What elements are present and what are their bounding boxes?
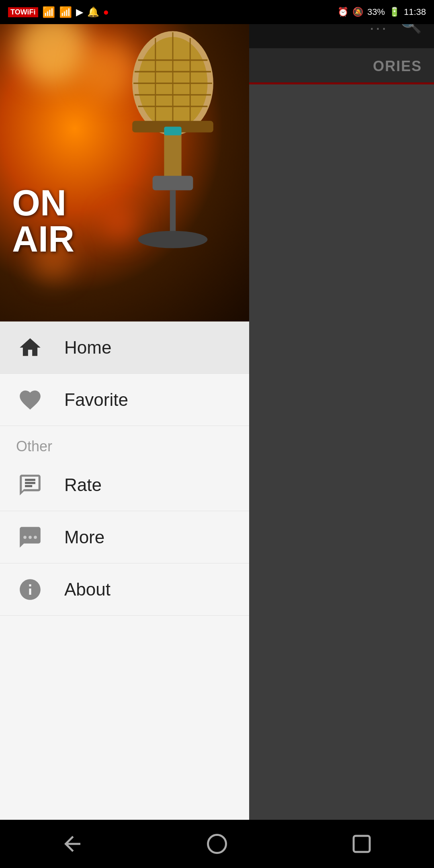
bluetooth-icon: ▶ (76, 6, 83, 18)
status-bar-right: ⏰ 🔕 33% 🔋 11:38 (338, 7, 426, 17)
favorite-label: Favorite (64, 390, 128, 410)
svg-point-19 (208, 835, 226, 853)
section-other-label: Other (0, 426, 249, 459)
status-bar-left: TOWiFi 📶 📶 ▶ 🔔 ● (8, 6, 109, 18)
home-label: Home (64, 338, 111, 358)
info-icon (16, 575, 44, 604)
notification-icon: 🔔 (87, 6, 99, 18)
hero-background: ON AIR (0, 0, 249, 321)
battery-text: 33% (367, 7, 385, 17)
home-button[interactable] (201, 828, 233, 860)
rate-icon (16, 471, 44, 499)
recents-button[interactable] (346, 828, 378, 860)
bottom-navigation (0, 820, 434, 868)
menu-list: Home Favorite Other Rate (0, 321, 249, 868)
wifi-icon: 📶 (59, 6, 72, 18)
svg-rect-13 (170, 190, 176, 237)
svg-point-18 (34, 536, 37, 539)
on-air-text: ON AIR (12, 185, 74, 257)
signal-icon: 📶 (42, 6, 55, 18)
svg-rect-12 (153, 176, 193, 190)
back-button[interactable] (56, 828, 88, 860)
microphone-image (113, 8, 241, 313)
home-icon (16, 334, 44, 362)
extra-icon: ● (103, 6, 109, 18)
heart-icon (16, 386, 44, 414)
drawer-scrim[interactable] (249, 0, 434, 868)
navigation-drawer: ON AIR Home Favorite Ot (0, 0, 249, 868)
menu-item-more[interactable]: More (0, 511, 249, 563)
svg-point-17 (29, 536, 32, 539)
more-label: More (64, 527, 104, 547)
svg-point-14 (138, 231, 208, 248)
rate-label: Rate (64, 475, 102, 495)
status-bar: TOWiFi 📶 📶 ▶ 🔔 ● ⏰ 🔕 33% 🔋 11:38 (0, 0, 434, 24)
about-label: About (64, 579, 111, 600)
hero-image: ON AIR (0, 0, 249, 321)
app-icon: TOWiFi (8, 7, 38, 17)
menu-item-rate[interactable]: Rate (0, 459, 249, 511)
battery-icon: 🔋 (389, 7, 400, 17)
svg-rect-20 (354, 836, 370, 852)
svg-point-16 (23, 536, 27, 539)
menu-item-home[interactable]: Home (0, 321, 249, 374)
svg-rect-15 (164, 127, 181, 135)
more-icon (16, 523, 44, 551)
alarm-icon: ⏰ (338, 7, 348, 17)
menu-item-about[interactable]: About (0, 563, 249, 616)
svg-rect-11 (164, 133, 181, 179)
menu-item-favorite[interactable]: Favorite (0, 374, 249, 426)
mute-icon: 🔕 (352, 7, 363, 17)
time-display: 11:38 (404, 7, 426, 17)
